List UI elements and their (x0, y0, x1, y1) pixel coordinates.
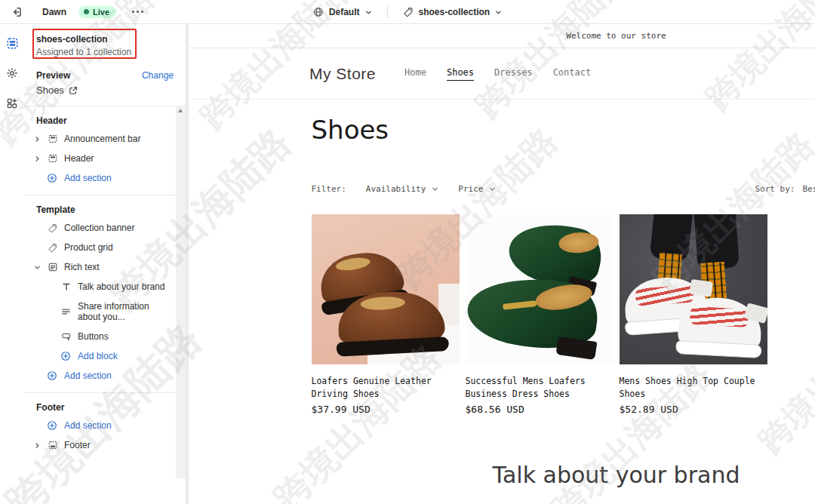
block-row-buttons[interactable]: Buttons (24, 327, 176, 346)
section-row-footer[interactable]: Footer (24, 435, 176, 455)
theme-name: Dawn (42, 7, 66, 17)
exit-editor-button[interactable] (8, 3, 26, 21)
preview-page-link[interactable]: Shoes (36, 85, 174, 96)
plus-circle-icon (47, 173, 57, 183)
product-card[interactable]: Loafers Genuine Leather Driving Shoes $3… (312, 214, 460, 415)
app-embeds-button[interactable] (4, 95, 20, 112)
text-lines-icon (60, 307, 72, 317)
sections-icon (6, 37, 19, 50)
live-status-badge: Live (78, 6, 116, 18)
collection-tag-icon (402, 7, 413, 17)
add-section-button-footer[interactable]: Add section (24, 416, 176, 435)
text-heading-icon (60, 282, 72, 291)
store-preview-frame: Welcome to our store My Store Home Shoes… (189, 24, 815, 504)
button-block-icon (60, 331, 72, 342)
chevron-right-icon[interactable] (33, 155, 41, 162)
section-row-collection-banner[interactable]: Collection banner (24, 218, 176, 238)
sort-by-label: Sort by: (755, 184, 795, 194)
nav-link-contact[interactable]: Contact (553, 67, 592, 81)
collection-tag-icon (47, 223, 58, 233)
theme-settings-button[interactable] (4, 65, 20, 81)
rich-text-heading: Talk about your brand (189, 462, 815, 488)
collection-title: Shoes (312, 115, 815, 145)
product-price: $68.56 USD (466, 404, 614, 415)
product-title[interactable]: Successful Mens Loafers Business Dress S… (466, 375, 609, 400)
nav-link-home[interactable]: Home (404, 67, 426, 81)
scroll-up-icon[interactable] (178, 109, 183, 112)
product-title[interactable]: Mens Shoes High Top Couple Shoes (620, 375, 763, 400)
product-card[interactable]: Mens Shoes High Top Couple Shoes $52.89 … (620, 214, 767, 415)
plus-circle-icon (47, 420, 57, 431)
product-card[interactable]: Successful Mens Loafers Business Dress S… (466, 214, 614, 415)
chevron-right-icon[interactable] (33, 442, 41, 449)
sections-panel-button[interactable] (4, 35, 20, 51)
add-section-button-template[interactable]: Add section (24, 366, 176, 386)
rich-text-section: Talk about your brand Share information … (189, 462, 815, 504)
preview-label: Preview (36, 70, 70, 81)
exit-icon (11, 6, 23, 18)
block-row-heading[interactable]: Talk about your brand (24, 277, 176, 297)
ellipsis-icon (132, 11, 143, 13)
external-link-icon (69, 86, 78, 95)
editor-icon-rail (0, 24, 24, 504)
divider (386, 6, 387, 18)
sort-by-select[interactable]: Best selling (802, 184, 815, 194)
filter-bar: Filter: Availability Price (312, 184, 815, 196)
rich-text-icon (47, 262, 58, 272)
block-row-text[interactable]: Share information about you... (24, 297, 176, 327)
change-preview-link[interactable]: Change (142, 70, 174, 81)
more-actions-button[interactable] (128, 3, 146, 21)
product-price: $52.89 USD (620, 404, 767, 415)
collection-tag-icon (47, 243, 58, 253)
chevron-down-icon (432, 186, 438, 192)
gear-icon (6, 67, 18, 79)
plus-circle-icon (47, 370, 57, 381)
live-dot-icon (84, 9, 89, 14)
nav-link-shoes[interactable]: Shoes (447, 67, 474, 81)
selected-template-subtitle: Assigned to 1 collection (36, 47, 174, 57)
footer-section-icon (47, 440, 58, 450)
sections-sidebar: shoes-collection Assigned to 1 collectio… (24, 24, 186, 504)
header-section-icon (47, 153, 58, 164)
chevron-down-icon[interactable] (33, 264, 41, 271)
product-price: $37.99 USD (312, 404, 460, 415)
selected-template-title: shoes-collection (36, 34, 174, 45)
section-row-header[interactable]: Header (24, 149, 176, 168)
section-row-product-grid[interactable]: Product grid (24, 238, 176, 257)
locale-selector[interactable]: Default (309, 5, 377, 20)
apps-icon (6, 97, 18, 109)
section-row-rich-text[interactable]: Rich text (24, 257, 176, 277)
chevron-down-icon (489, 186, 496, 192)
product-image-white-sneakers (620, 214, 767, 364)
store-logo[interactable]: My Store (309, 65, 376, 83)
template-selection-block: shoes-collection Assigned to 1 collectio… (24, 24, 186, 64)
group-label-header: Header (24, 106, 176, 129)
add-block-button[interactable]: Add block (24, 346, 176, 366)
chevron-right-icon[interactable] (33, 136, 41, 143)
announcement-bar: Welcome to our store (189, 24, 815, 48)
filter-availability[interactable]: Availability (366, 184, 438, 194)
chevron-down-icon (364, 9, 371, 16)
filter-label: Filter: (312, 184, 346, 194)
store-nav: Home Shoes Dresses Contact (404, 67, 591, 81)
add-section-button-header[interactable]: Add section (24, 168, 176, 188)
announcement-bar-icon (47, 134, 58, 144)
product-title[interactable]: Loafers Genuine Leather Driving Shoes (312, 375, 455, 400)
section-list: Header Announcement bar (24, 106, 186, 478)
plus-circle-icon (60, 351, 71, 361)
nav-link-dresses[interactable]: Dresses (494, 67, 533, 81)
product-image-green-loafers (466, 214, 614, 364)
group-label-template: Template (24, 195, 176, 218)
product-grid: Loafers Genuine Leather Driving Shoes $3… (312, 214, 815, 415)
group-label-footer: Footer (24, 393, 176, 416)
page-selector[interactable]: shoes-collection (398, 5, 506, 20)
empty-grid-cell (773, 214, 815, 415)
sidebar-scrollbar[interactable] (176, 106, 186, 478)
filter-price[interactable]: Price (458, 184, 496, 194)
chevron-down-icon (495, 9, 502, 16)
product-image-brown-loafers (312, 214, 460, 364)
section-row-announcement-bar[interactable]: Announcement bar (24, 129, 176, 149)
theme-editor-app: Dawn Live Default (0, 0, 815, 504)
preview-block: Preview Change Shoes (24, 64, 186, 106)
store-header: My Store Home Shoes Dresses Contact (189, 48, 815, 100)
